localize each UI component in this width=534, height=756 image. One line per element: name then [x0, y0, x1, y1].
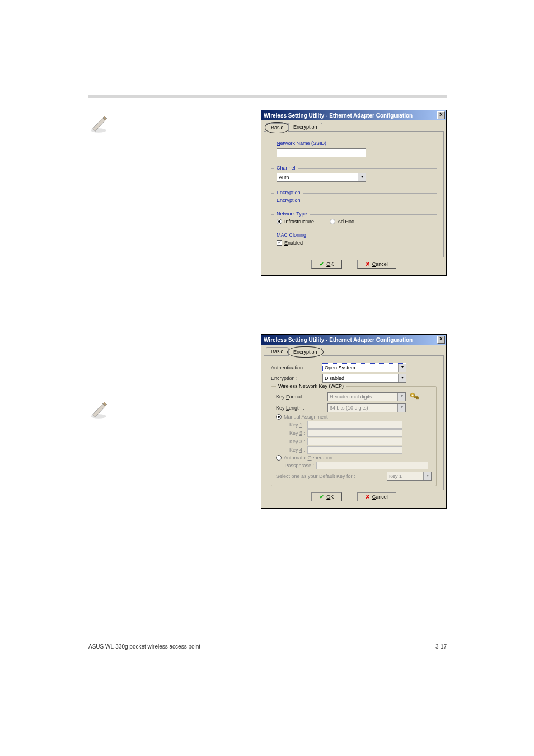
svg-point-3: [412, 395, 414, 396]
group-encryption: Encryption Encryption: [271, 190, 437, 205]
dialog-basic-config: Wireless Setting Utility - Ethernet Adap…: [261, 110, 447, 276]
checkbox-mac-enabled[interactable]: Enabled: [277, 240, 431, 246]
tab-strip: Basic Encryption: [264, 347, 444, 356]
group-wep-key: Wireless Network Key (WEP) Key Format : …: [271, 386, 437, 486]
group-ssid: NNetwork Name (SSID)etwork Name (SSID): [271, 140, 437, 159]
radio-icon: [276, 414, 282, 420]
group-channel: Channel Auto ▾: [271, 165, 437, 184]
passphrase-label: Passphrase :: [279, 463, 314, 468]
tab-basic[interactable]: Basic: [266, 123, 288, 132]
svg-rect-6: [418, 398, 419, 399]
checkbox-icon: [277, 240, 282, 246]
channel-select[interactable]: Auto ▾: [277, 173, 366, 182]
ssid-label: NNetwork Name (SSID)etwork Name (SSID): [274, 140, 329, 146]
footer-left: ASUS WL-330g pocket wireless access poin…: [88, 644, 268, 650]
note-box: [88, 110, 254, 139]
check-icon: ✔: [320, 261, 324, 267]
pen-note-icon: [88, 400, 109, 420]
dialog-encryption-config: Wireless Setting Utility - Ethernet Adap…: [261, 334, 447, 509]
chevron-down-icon: ▾: [397, 404, 405, 412]
encryption-label: Encryption :: [271, 375, 319, 381]
key-format-select: Hexadecimal digits ▾: [327, 392, 406, 401]
dialog-titlebar: Wireless Setting Utility - Ethernet Adap…: [261, 335, 446, 345]
key2-input: [307, 429, 402, 437]
ssid-input[interactable]: [277, 148, 366, 157]
chevron-down-icon: ▾: [423, 472, 431, 480]
group-network-type: Network Type Infrastructure A: [271, 211, 437, 227]
cancel-button[interactable]: ✘Cancel: [357, 260, 396, 269]
tab-encryption[interactable]: Encryption: [288, 348, 322, 356]
authentication-select[interactable]: Open System ▾: [322, 363, 406, 372]
dialog-title: Wireless Setting Utility - Ethernet Adap…: [264, 112, 413, 119]
x-icon: ✘: [366, 494, 370, 500]
key2-label: Key 2 :: [279, 430, 305, 436]
key-length-select: 64 bits (10 digits) ▾: [327, 403, 406, 412]
footer-right: 3-17: [268, 644, 447, 650]
note-box-2: [88, 396, 254, 425]
x-icon: ✘: [366, 261, 370, 267]
encryption-group-label: Encryption: [274, 190, 303, 195]
check-icon: ✔: [320, 494, 324, 500]
radio-adhoc[interactable]: Ad Hoc: [330, 219, 354, 224]
radio-icon: [277, 219, 282, 224]
lock-key-icon: [409, 392, 419, 402]
key3-input: [307, 438, 402, 445]
tab-strip: Basic Encryption: [264, 123, 444, 132]
chevron-down-icon: ▾: [397, 393, 405, 401]
ok-button[interactable]: ✔OK: [311, 492, 342, 501]
authentication-label: Authentication :: [271, 365, 319, 370]
radio-auto-generation: Automatic Generation: [276, 455, 432, 461]
ok-button[interactable]: ✔OK: [311, 260, 342, 269]
radio-icon: [276, 455, 282, 461]
wep-group-title: Wireless Network Key (WEP): [276, 383, 346, 389]
pen-note-icon: [88, 114, 109, 134]
cancel-button[interactable]: ✘Cancel: [357, 492, 396, 501]
tab-basic[interactable]: Basic: [266, 347, 288, 355]
chevron-down-icon: ▾: [398, 374, 406, 382]
key-format-label: Key Format :: [276, 394, 324, 400]
chevron-down-icon: ▾: [398, 364, 406, 372]
page-footer: ASUS WL-330g pocket wireless access poin…: [88, 640, 447, 650]
key4-input: [307, 446, 402, 454]
key1-input: [307, 421, 402, 429]
key-length-label: Key Length :: [276, 405, 324, 411]
close-icon[interactable]: ×: [437, 336, 445, 344]
key3-label: Key 3 :: [279, 439, 305, 444]
channel-label: Channel: [274, 165, 298, 171]
passphrase-input: [316, 462, 428, 469]
section-divider: [88, 95, 447, 98]
dialog-title: Wireless Setting Utility - Ethernet Adap…: [264, 337, 413, 343]
encryption-link[interactable]: Encryption: [277, 198, 301, 203]
default-key-label: Select one as your Default Key for :: [276, 473, 355, 479]
tab-encryption[interactable]: Encryption: [288, 123, 322, 131]
encryption-select[interactable]: Disabled ▾: [322, 374, 406, 383]
radio-manual-assignment: Manual Assignment: [276, 414, 432, 420]
group-mac-cloning: MAC Cloning Enabled: [271, 232, 437, 248]
key1-label: Key 1 :: [279, 422, 305, 428]
key4-label: Key 4 :: [279, 447, 305, 453]
radio-icon: [330, 219, 335, 224]
mac-cloning-label: MAC Cloning: [274, 232, 308, 238]
default-key-select: Key 1 ▾: [387, 472, 432, 481]
dialog-titlebar: Wireless Setting Utility - Ethernet Adap…: [261, 110, 446, 120]
close-icon[interactable]: ×: [437, 111, 445, 119]
radio-infrastructure[interactable]: Infrastructure: [277, 219, 314, 224]
svg-rect-5: [416, 398, 418, 399]
network-type-label: Network Type: [274, 211, 310, 217]
chevron-down-icon: ▾: [358, 173, 366, 181]
